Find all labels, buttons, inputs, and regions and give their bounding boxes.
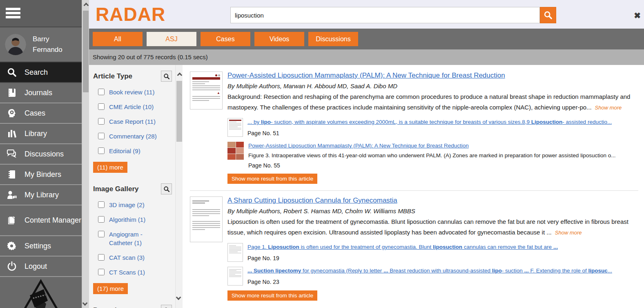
search-icon (163, 186, 170, 192)
sub-result: ... Suction lipectomy for gynecomastia (… (227, 267, 634, 286)
filter-option: Algorithim (1) (98, 215, 172, 224)
scroll-down-arrow[interactable] (82, 299, 89, 308)
article-thumbnail[interactable]: ▲ (190, 71, 223, 109)
filter-option-label[interactable]: CAT scan (3) (109, 253, 145, 262)
sidebar-nav: Search Journals Cases Library (0, 62, 82, 277)
show-more-results-button[interactable]: Show more result from this article (227, 290, 317, 301)
sidebar-item-my-library[interactable]: My Library (0, 185, 82, 205)
sidebar-item-label: Journals (25, 88, 52, 98)
show-more-results-button[interactable]: Show more result from this article (227, 174, 317, 184)
filter-checkbox[interactable] (98, 118, 105, 125)
sidebar-item-logout[interactable]: Logout (0, 257, 82, 277)
filter-title: Image Gallery (93, 185, 139, 193)
scrollbar-thumb[interactable] (176, 81, 182, 142)
filter-option-label[interactable]: CME Article (10) (109, 103, 154, 111)
tab-videos[interactable]: Videos (254, 32, 304, 46)
sidebar-item-my-binders[interactable]: My Binders (0, 165, 82, 185)
filter-title: Article Type (93, 72, 132, 80)
filter-option: Editorial (9) (98, 147, 172, 155)
sidebar-item-search[interactable]: Search (0, 62, 82, 83)
sidebar-item-cases[interactable]: Cases (0, 103, 82, 124)
filter-search-button[interactable] (161, 305, 172, 308)
filter-checkbox[interactable] (98, 231, 105, 237)
figure-caption: Figure 3. Intraoperative views of this 4… (248, 152, 615, 158)
filter-checkbox[interactable] (98, 216, 105, 223)
filter-option-label[interactable]: Case Report (11) (109, 117, 156, 126)
sub-result: Power-Assisted Liposuction Mammaplasty (… (227, 142, 634, 169)
filter-checkbox[interactable] (98, 269, 105, 275)
scroll-up-arrow[interactable] (82, 0, 89, 9)
sub-result: Page 1. Liposuction is often used for th… (227, 243, 634, 262)
content-manager-icon (6, 214, 18, 226)
snippet-thumbnail[interactable] (227, 118, 243, 137)
more-filters-button[interactable]: (17) more (93, 283, 128, 294)
results-status: Showing 20 out of 775 records (0.15 secs… (89, 49, 644, 65)
figure-thumbnail[interactable] (227, 142, 244, 160)
filter-checkbox[interactable] (98, 147, 105, 154)
filter-option-label[interactable]: Algorithim (1) (109, 215, 145, 224)
filter-option: Case Report (11) (98, 117, 172, 126)
sidebar-item-discussions[interactable]: Discussions (0, 144, 82, 165)
sidebar-item-library[interactable]: Library (0, 124, 82, 144)
filter-checkbox[interactable] (98, 103, 105, 110)
filter-scrollbar[interactable] (175, 65, 183, 308)
filter-option-label[interactable]: Angiogram - Catheter (1) (109, 230, 159, 247)
sub-result-link[interactable]: ... by lipo- suction, with aspirate volu… (247, 119, 612, 125)
app-logo (0, 277, 82, 308)
top-bar: RADAR ✖ (89, 0, 644, 29)
binder-icon (6, 168, 18, 181)
scroll-up-arrow[interactable] (176, 70, 183, 79)
search-button[interactable] (540, 7, 556, 23)
snippet-thumbnail[interactable] (227, 267, 243, 286)
show-more-link[interactable]: Show more (555, 230, 582, 236)
close-icon[interactable]: ✖ (634, 11, 641, 20)
sidebar-item-settings[interactable]: Settings (0, 236, 82, 257)
show-more-link[interactable]: Show more (595, 105, 622, 111)
brand-logo: RADAR (96, 3, 165, 25)
sidebar-item-label: Content Manager (25, 215, 81, 225)
filter-checkbox[interactable] (98, 201, 105, 208)
search-results: ▲ Power-Assisted Liposuction Mammaplasty… (183, 65, 644, 308)
filter-search-button[interactable] (161, 183, 172, 194)
power-icon (6, 260, 18, 272)
tab-asj[interactable]: ASJ (147, 32, 196, 46)
sidebar-scrollbar[interactable] (82, 0, 89, 308)
sub-result-link[interactable]: Page 1. Liposuction is often used for th… (247, 244, 558, 250)
tab-cases[interactable]: Cases (201, 32, 250, 46)
avatar (5, 34, 26, 55)
filter-option-label[interactable]: 3D image (2) (109, 201, 145, 209)
article-authors: By Multiple Authors, Marwan H. Abboud MD… (227, 83, 634, 89)
app-window: Barry Fernando Search Journals Cases (0, 0, 644, 308)
scroll-down-arrow[interactable] (176, 293, 183, 302)
sub-results: Page 1. Liposuction is often used for th… (227, 243, 634, 286)
filter-checkbox[interactable] (98, 254, 105, 261)
sub-result: ... by lipo- suction, with aspirate volu… (227, 118, 634, 137)
more-filters-button[interactable]: (11) more (93, 162, 127, 173)
sidebar-item-label: Settings (25, 241, 51, 251)
sub-result-link[interactable]: Power-Assisted Liposuction Mammaplasty (… (248, 143, 469, 149)
filter-checkbox[interactable] (98, 133, 105, 139)
page-number: Page No. 19 (247, 255, 558, 261)
tab-discussions[interactable]: Discussions (308, 32, 358, 46)
snippet-thumbnail[interactable] (227, 243, 243, 262)
menu-button[interactable] (0, 0, 82, 27)
article-title-link[interactable]: Power-Assisted Liposuction Mammaplasty (… (227, 71, 505, 80)
result-article: A Sharp Cutting Liposuction Cannula for … (190, 196, 638, 301)
filter-option-label[interactable]: Editorial (9) (109, 147, 140, 155)
article-thumbnail[interactable] (190, 196, 223, 242)
article-title-link[interactable]: A Sharp Cutting Liposuction Cannula for … (227, 196, 397, 205)
sub-result-link[interactable]: ... Suction lipectomy for gynecomastia (… (247, 268, 612, 274)
sidebar-item-journals[interactable]: Journals (0, 83, 82, 103)
filter-checkbox[interactable] (98, 89, 105, 95)
tab-all[interactable]: All (93, 32, 143, 46)
filter-option-label[interactable]: CT Scans (1) (109, 268, 145, 277)
chat-bubbles-icon (6, 148, 18, 160)
filter-option: Commentary (28) (98, 132, 172, 141)
scrollbar-thumb[interactable] (83, 11, 89, 92)
search-input[interactable] (230, 7, 540, 23)
filter-option-label[interactable]: Book review (11) (109, 88, 154, 96)
filter-option-label[interactable]: Commentary (28) (109, 132, 157, 141)
filter-option: 3D image (2) (98, 201, 172, 209)
sidebar-item-content-manager[interactable]: Content Manager (0, 205, 82, 236)
filter-search-button[interactable] (161, 71, 172, 82)
